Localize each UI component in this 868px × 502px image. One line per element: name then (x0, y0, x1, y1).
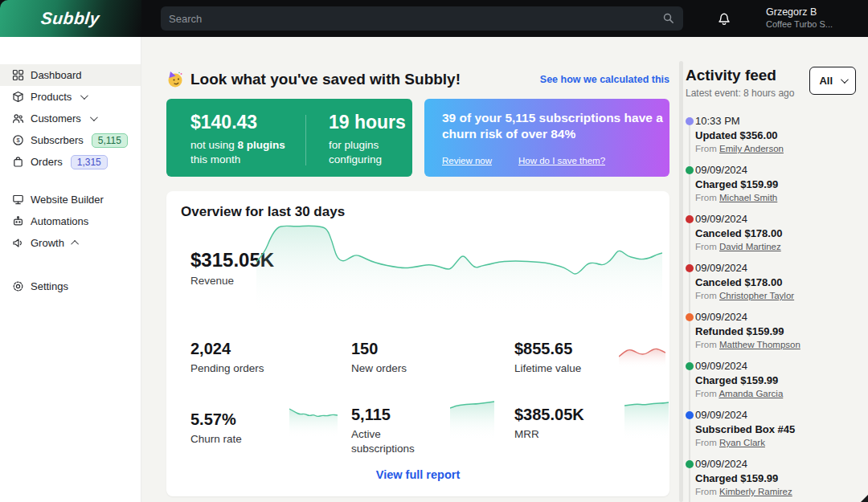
customer-name-link[interactable]: Ryan Clark (719, 438, 765, 447)
sidebar-group: Settings (0, 275, 141, 297)
stat-mrr: $385.05KMRR (514, 406, 603, 442)
review-now-link[interactable]: Review now (442, 156, 492, 165)
event-time: 09/09/2024 (695, 458, 856, 470)
window-corner-mark (861, 495, 868, 502)
activity-feed: Activity feed Latest event: 8 hours ago … (686, 67, 856, 502)
sidebar-item-label: Automations (31, 215, 88, 227)
sidebar-item-label: Customers (31, 112, 81, 124)
stat-value: $855.65 (514, 340, 603, 358)
overview-title: Overview for last 30 days (181, 204, 345, 220)
event-from: From Ryan Clark (695, 438, 856, 447)
dashboard-grid-icon (12, 69, 24, 81)
sidebar-item-dashboard[interactable]: Dashboard (0, 64, 141, 86)
svg-text:$: $ (16, 137, 20, 144)
stat-value: $385.05K (514, 406, 603, 424)
event-action: Canceled $178.00 (695, 227, 856, 239)
chevron-up-icon (71, 240, 79, 248)
sidebar-group: Website BuilderAutomationsGrowth (0, 189, 141, 254)
user-store-name: Coffee Turbo S... (766, 19, 833, 29)
hours-desc-line2: configuring (329, 153, 406, 167)
customer-name-link[interactable]: Matthew Thompson (719, 340, 800, 349)
orders-bag-icon (12, 156, 24, 168)
event-from: From Michael Smith (695, 193, 856, 202)
feed-filter-label: All (819, 75, 833, 87)
churn-risk-card: 39 of your 5,115 subscriptions have a ch… (424, 99, 669, 177)
customer-name-link[interactable]: Christopher Taylor (719, 291, 794, 300)
stat-active-subscriptions: 5,115Active subscriptions (351, 406, 440, 456)
growth-speaker-icon (12, 237, 24, 249)
sidebar-item-automations[interactable]: Automations (0, 210, 141, 232)
event-time: 09/09/2024 (695, 262, 856, 274)
settings-gear-icon (12, 280, 24, 292)
sidebar-nav: DashboardProductsCustomers$Subscrbers5,1… (0, 37, 141, 502)
search-bar[interactable] (161, 6, 683, 31)
sidebar-item-subscrbers[interactable]: $Subscrbers5,115 (0, 129, 141, 151)
churn-headline: 39 of your 5,115 subscriptions have a ch… (442, 110, 667, 142)
revenue-area-chart (256, 223, 662, 316)
website-monitor-icon (12, 194, 24, 206)
savings-amount: $140.43 (190, 112, 305, 133)
automations-bot-icon (12, 215, 24, 227)
event-from: From David Martinez (695, 242, 856, 251)
feed-event: 10:33 PMUpdated $356.00From Emily Anders… (686, 115, 856, 153)
event-action: Charged $159.99 (695, 178, 856, 190)
user-menu[interactable]: Grzegorz B Coffee Turbo S... (766, 6, 833, 29)
event-from: From Matthew Thompson (695, 340, 856, 349)
sidebar-item-settings[interactable]: Settings (0, 275, 141, 297)
customer-name-link[interactable]: David Martinez (719, 242, 781, 251)
view-full-report-link[interactable]: View full report (166, 468, 669, 481)
logo-block[interactable]: Subbly (0, 0, 141, 37)
savings-cards-row: $140.43 not using 8 plugins this month 1… (166, 99, 669, 177)
event-dot-orange (686, 313, 694, 321)
stat-label: Active subscriptions (351, 427, 440, 456)
event-time: 09/09/2024 (695, 164, 856, 176)
event-dot-red (686, 215, 694, 223)
feed-filter-dropdown[interactable]: All (809, 67, 856, 95)
event-dot-green (686, 166, 694, 174)
sidebar-item-label: Growth (31, 237, 64, 249)
see-how-calculated-link[interactable]: See how we calculated this (540, 74, 669, 85)
sidebar-item-label: Settings (31, 280, 68, 292)
sidebar-item-website-builder[interactable]: Website Builder (0, 189, 141, 210)
customer-name-link[interactable]: Emily Anderson (719, 144, 784, 153)
feed-event: 09/09/2024Canceled $178.00From Christoph… (686, 262, 856, 300)
overview-card: Overview for last 30 days $315.05K Reven… (166, 191, 669, 496)
feed-event-list: 10:33 PMUpdated $356.00From Emily Anders… (686, 115, 856, 502)
stat-value: 5.57% (190, 410, 279, 429)
hours-amount: 19 hours (329, 112, 406, 133)
party-emoji-icon (166, 71, 184, 88)
customer-name-link[interactable]: Amanda Garcia (719, 389, 783, 398)
savings-desc: not using 8 plugins (190, 138, 305, 153)
hours-desc-line1: for plugins (329, 138, 406, 153)
notifications-bell-icon[interactable] (715, 10, 733, 27)
sidebar-item-growth[interactable]: Growth (0, 232, 141, 254)
event-time: 09/09/2024 (695, 409, 856, 421)
event-dot-purple (686, 117, 694, 125)
active-subscriptions-sparkline (450, 400, 494, 443)
feed-event: 09/09/2024Charged $159.99From Michael Sm… (686, 164, 856, 202)
sidebar-item-label: Subscrbers (31, 134, 84, 146)
stat-value: 150 (351, 340, 440, 358)
customers-people-icon (12, 112, 24, 124)
customer-name-link[interactable]: Kimberly Ramirez (719, 487, 792, 496)
event-action: Updated $356.00 (695, 129, 856, 141)
sidebar-item-customers[interactable]: Customers (0, 108, 141, 129)
sidebar-item-orders[interactable]: Orders1,315 (0, 151, 141, 173)
event-time: 09/09/2024 (695, 360, 856, 372)
search-input[interactable] (169, 13, 662, 25)
scrollbar-track[interactable] (679, 61, 683, 502)
sidebar-item-label: Website Builder (31, 194, 104, 206)
event-dot-blue (686, 411, 694, 419)
greeting-row: Look what you've saved with Subbly! See … (166, 71, 669, 88)
products-box-icon (12, 91, 24, 103)
how-save-link[interactable]: How do I save them? (518, 156, 605, 165)
sidebar-item-products[interactable]: Products (0, 86, 141, 108)
customer-name-link[interactable]: Michael Smith (719, 193, 777, 202)
event-from: From Amanda Garcia (695, 389, 856, 398)
event-action: Charged $159.99 (695, 374, 856, 386)
chevron-down-icon (80, 92, 88, 100)
chevron-down-icon (841, 76, 849, 84)
stat-lifetime-value: $855.65Lifetime value (514, 340, 603, 376)
stat-label: Churn rate (190, 432, 279, 447)
stat-label: Pending orders (190, 361, 279, 376)
